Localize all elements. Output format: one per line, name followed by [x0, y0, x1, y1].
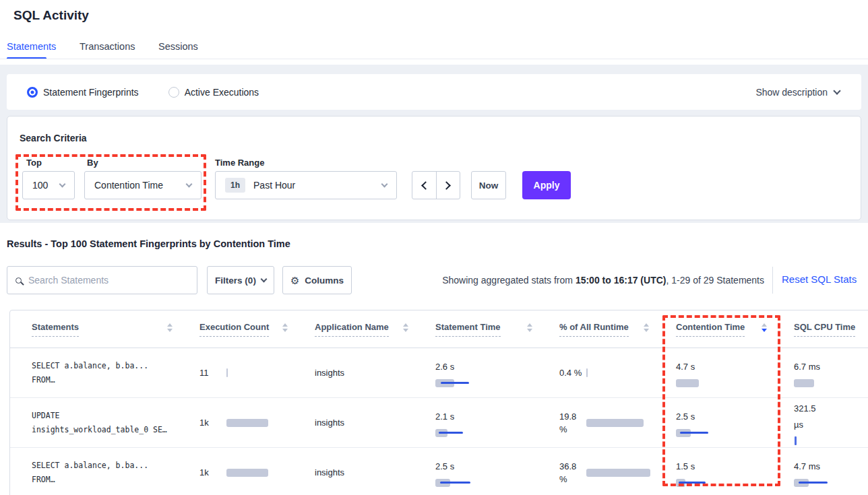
by-select[interactable]: Contention Time: [84, 171, 202, 199]
sort-desc-icon: [167, 329, 173, 332]
bar-blue-line: [799, 482, 828, 484]
metric-value: 2.1 s: [435, 409, 550, 425]
metric-value: 19.8%: [559, 410, 586, 436]
columns-button[interactable]: ⚙ Columns: [282, 266, 352, 294]
now-button[interactable]: Now: [471, 171, 506, 199]
metric-bar: [226, 419, 267, 427]
metric-value: 2.5 s: [435, 459, 550, 475]
column-header-application-name[interactable]: Application Name: [305, 310, 426, 348]
gear-icon: ⚙: [290, 275, 299, 286]
time-range-badge: 1h: [225, 178, 245, 193]
cell-cpu-time: 6.7 ms: [784, 348, 868, 397]
prev-time-button[interactable]: [412, 172, 437, 199]
column-header-statement-time[interactable]: Statement Time: [426, 310, 550, 348]
sort-icon[interactable]: [167, 323, 173, 332]
reset-sql-stats-link[interactable]: Reset SQL Stats: [782, 273, 857, 285]
sort-asc-icon: [403, 323, 408, 327]
radio-label: Active Executions: [185, 87, 259, 98]
metric-value: 4.7 ms: [794, 459, 868, 475]
table-row: SELECT a.balance, b.ba...FROM…11insights…: [10, 348, 868, 398]
cell-statement-fingerprint[interactable]: SELECT a.balance, b.ba...FROM…: [10, 448, 190, 495]
tabs-divider: [0, 59, 868, 59]
cell-statement-fingerprint[interactable]: SELECT a.balance, b.ba...FROM…: [10, 348, 190, 397]
apply-button[interactable]: Apply: [522, 171, 571, 199]
search-statements-box[interactable]: [7, 266, 197, 294]
bar-gray-segment: [226, 469, 268, 477]
show-description-toggle[interactable]: Show description: [755, 74, 840, 110]
sort-icon[interactable]: [644, 323, 649, 332]
radio-unselected-icon[interactable]: [168, 87, 179, 98]
table-row: SELECT a.balance, b.ba...FROM…1kinsights…: [10, 448, 868, 495]
bar-gray-segment: [226, 419, 268, 427]
metric-value: 11: [199, 366, 226, 379]
metric-value: 2.5 s: [676, 409, 784, 425]
radio-active-executions[interactable]: Active Executions: [168, 87, 259, 98]
bar-gray-segment: [586, 419, 644, 427]
sort-icon[interactable]: [403, 323, 408, 332]
bar-blue-tick: [795, 436, 797, 445]
chevron-left-icon: [421, 181, 430, 190]
column-header-statements[interactable]: Statements: [10, 310, 190, 348]
statement-text-line: FROM…: [32, 473, 190, 487]
column-header--of-all-runtime[interactable]: % of All Runtime: [550, 310, 666, 348]
cell-pct-runtime: 36.8%: [550, 448, 666, 495]
radio-statement-fingerprints[interactable]: Statement Fingerprints: [27, 87, 139, 98]
metric-value: 6.7 ms: [794, 359, 868, 375]
by-select-value: Contention Time: [94, 180, 163, 191]
metric-value: 1k: [199, 416, 226, 429]
cell-statement-fingerprint[interactable]: UPDATEinsights_workload_table_0 SE…: [10, 398, 190, 447]
metric-value: 321.5µs: [794, 401, 868, 433]
radio-label: Statement Fingerprints: [43, 87, 139, 98]
metric-value: insights: [315, 466, 344, 479]
metric-bar: [586, 469, 627, 477]
statement-text-line: SELECT a.balance, b.ba...: [32, 359, 190, 373]
time-range-select[interactable]: 1h Past Hour: [215, 171, 397, 199]
tab-transactions[interactable]: Transactions: [80, 41, 135, 52]
column-header-label: Statement Time: [435, 322, 501, 337]
cell-pct-runtime: 19.8%: [550, 398, 666, 447]
results-heading: Results - Top 100 Statement Fingerprints…: [7, 238, 290, 249]
table-header-row: StatementsExecution CountApplication Nam…: [10, 310, 868, 348]
chevron-down-icon: [186, 181, 193, 188]
aggregated-stats-text: Showing aggregated stats from 15:00 to 1…: [442, 275, 764, 286]
metric-bar: [435, 429, 550, 437]
column-header-label: % of All Runtime: [559, 322, 629, 337]
sort-desc-icon: [762, 329, 767, 332]
column-header-execution-count[interactable]: Execution Count: [190, 310, 305, 348]
bar-gray-segment: [226, 368, 228, 377]
cell-cpu-time: 4.7 ms: [784, 448, 868, 495]
time-range-pager: [412, 171, 460, 199]
metric-bar: [794, 479, 868, 487]
statement-text-line: UPDATE: [32, 409, 190, 423]
next-time-button[interactable]: [437, 172, 460, 199]
radio-selected-icon[interactable]: [27, 87, 38, 98]
metric-bar: [676, 429, 784, 437]
search-statements-input[interactable]: [28, 275, 189, 286]
sort-desc-icon: [644, 329, 649, 332]
cell-contention-time: 2.5 s: [666, 398, 784, 447]
top-select[interactable]: 100: [22, 171, 75, 199]
chevron-down-icon: [381, 181, 388, 188]
tab-sessions[interactable]: Sessions: [158, 41, 198, 52]
metric-value: insights: [315, 416, 344, 429]
sort-icon[interactable]: [282, 323, 288, 332]
metric-value: insights: [315, 366, 344, 379]
column-header-contention-time[interactable]: Contention Time: [666, 310, 784, 348]
sort-asc-icon: [644, 323, 649, 327]
sort-icon[interactable]: [762, 323, 767, 332]
metric-value: 36.8%: [559, 460, 586, 486]
filters-button[interactable]: Filters (0): [207, 266, 274, 294]
column-header-sql-cpu-time[interactable]: SQL CPU Time: [784, 310, 868, 348]
search-criteria-title: Search Criteria: [20, 133, 87, 143]
column-header-label: Contention Time: [676, 322, 745, 337]
column-header-label: SQL CPU Time: [794, 322, 855, 337]
sort-icon[interactable]: [527, 323, 532, 332]
cell-statement-time: 2.6 s: [426, 348, 550, 397]
chevron-down-icon: [833, 87, 840, 94]
sort-desc-icon: [282, 329, 288, 332]
search-icon: [16, 277, 22, 284]
top-select-value: 100: [32, 180, 48, 191]
tab-statements[interactable]: Statements: [7, 41, 56, 52]
bar-blue-line: [680, 432, 708, 434]
metric-bar: [794, 379, 868, 387]
